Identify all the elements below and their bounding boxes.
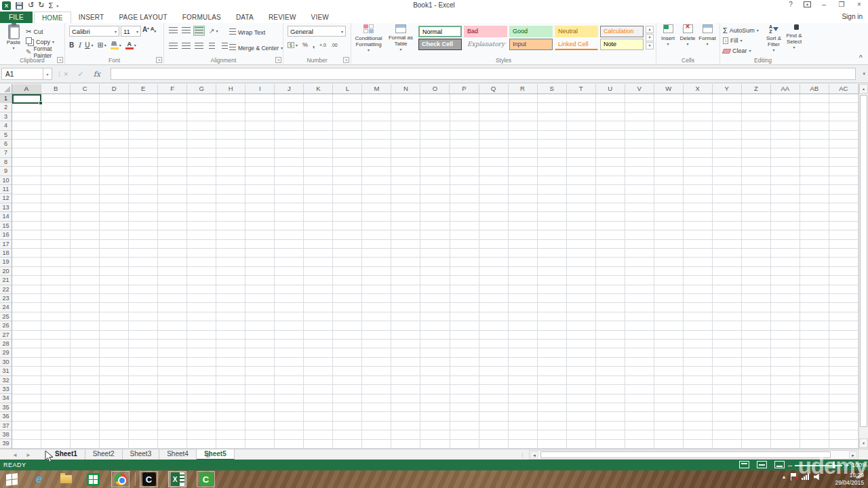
formula-bar-resizer[interactable]: ⋮ [56,70,63,77]
column-header-X[interactable]: X [684,84,713,94]
delete-cells-button[interactable]: Delete ▾ [678,24,697,47]
row-header-35[interactable]: 35 [0,403,12,412]
paste-dropdown-icon[interactable]: ▾ [12,45,14,52]
accounting-format-button[interactable]: $ [288,42,294,48]
align-left-button[interactable] [167,41,179,52]
row-header-14[interactable]: 14 [0,212,12,221]
column-header-K[interactable]: K [304,84,333,94]
column-header-L[interactable]: L [333,84,362,94]
conditional-formatting-button[interactable]: Conditional Formatting ▾ [353,24,384,54]
borders-button[interactable]: ⊞ [97,41,103,49]
autosum-dropdown-icon[interactable]: ▾ [757,28,759,33]
row-header-37[interactable]: 37 [0,422,12,430]
row-header-1[interactable]: 1 [0,94,12,103]
chrome-icon[interactable] [111,471,130,487]
action-center-icon[interactable]: × [790,473,797,481]
column-header-Q[interactable]: Q [479,84,509,94]
sheet-tab-sheet5[interactable]: Sheet5 [197,449,235,460]
tab-formulas[interactable]: FORMULAS [175,12,229,23]
tab-page-layout[interactable]: PAGE LAYOUT [111,12,174,23]
name-box-dropdown-icon[interactable]: ▾ [43,68,52,80]
fill-dropdown-icon[interactable]: ▾ [741,38,743,43]
find-select-button[interactable]: Find & Select ▾ [784,24,804,51]
column-header-V[interactable]: V [625,84,654,94]
select-all-corner[interactable] [0,84,12,94]
align-middle-button[interactable] [180,26,192,36]
font-family-select[interactable]: Calibri▾ [69,26,119,37]
column-header-Y[interactable]: Y [713,84,742,94]
scroll-down-button[interactable]: ▾ [859,439,868,448]
tab-scrollbar-splitter[interactable]: ⋮ [519,452,526,459]
styles-more-button[interactable]: ▾ [646,42,654,49]
styles-scroll-down-button[interactable]: ▾ [646,34,654,41]
ribbon-display-options-button[interactable]: ▴ [804,1,811,7]
row-header-6[interactable]: 6 [0,140,12,148]
column-header-M[interactable]: M [362,84,391,94]
help-button[interactable]: ? [786,1,795,8]
insert-dropdown-icon[interactable]: ▾ [667,41,669,47]
row-header-26[interactable]: 26 [0,321,12,330]
style-chip-check-cell[interactable]: Check Cell [418,39,462,50]
column-header-C[interactable]: C [71,84,100,94]
format-cells-button[interactable]: Format ▾ [698,24,717,47]
align-top-button[interactable] [167,26,179,36]
excel-taskbar-icon[interactable]: X [168,471,186,487]
comma-style-button[interactable]: , [313,41,315,49]
column-header-A[interactable]: A [12,84,41,94]
orientation-button[interactable]: ↗ [209,27,214,35]
alignment-dialog-launcher[interactable]: ↘ [275,57,281,63]
name-box[interactable]: A1 [1,68,43,80]
column-header-R[interactable]: R [509,84,538,94]
row-header-29[interactable]: 29 [0,348,12,357]
orientation-dropdown-icon[interactable]: ▾ [216,28,218,33]
format-as-table-button[interactable]: Format as Table ▾ [385,24,416,53]
find-select-dropdown-icon[interactable]: ▾ [793,45,795,51]
row-header-13[interactable]: 13 [0,203,12,212]
camtasia-icon[interactable]: C [140,471,158,487]
close-button[interactable]: × [854,1,864,8]
delete-dropdown-icon[interactable]: ▾ [686,41,688,47]
style-chip-note[interactable]: Note [600,39,644,50]
clear-dropdown-icon[interactable]: ▾ [749,48,751,53]
column-header-S[interactable]: S [538,84,567,94]
shrink-font-button[interactable]: A▾ [151,26,156,37]
italic-button[interactable]: I [78,41,81,49]
restore-button[interactable]: ❐ [837,1,846,8]
formula-input[interactable] [111,68,856,80]
sheet-cells[interactable] [12,94,859,449]
fill-button[interactable]: ↓Fill▾ [723,35,759,45]
internet-explorer-icon[interactable]: e [30,471,48,487]
normal-view-button[interactable] [739,461,749,468]
row-header-8[interactable]: 8 [0,158,12,167]
align-center-button[interactable] [180,41,192,52]
column-header-H[interactable]: H [216,84,245,94]
font-dialog-launcher[interactable]: ↘ [156,57,162,63]
tab-view[interactable]: VIEW [304,12,336,23]
clipboard-dialog-launcher[interactable]: ↘ [57,57,63,63]
row-header-30[interactable]: 30 [0,358,12,367]
decrease-decimal-button[interactable]: .00 [331,43,338,47]
column-header-Z[interactable]: Z [742,84,771,94]
selected-cell[interactable] [12,94,41,104]
vertical-scroll-thumb[interactable] [860,95,867,427]
row-header-32[interactable]: 32 [0,376,12,385]
borders-dropdown-icon[interactable]: ▾ [104,43,106,47]
start-button[interactable] [3,471,21,487]
format-as-table-dropdown-icon[interactable]: ▾ [399,47,401,53]
sort-filter-button[interactable]: AZ Sort & Filter ▾ [764,24,784,54]
styles-scroll-up-button[interactable]: ▴ [646,26,654,33]
page-break-view-button[interactable] [774,461,785,468]
column-header-AC[interactable]: AC [829,84,859,94]
tab-home[interactable]: HOME [34,12,71,23]
style-chip-calculation[interactable]: Calculation [600,26,644,37]
cancel-entry-button[interactable]: × [64,70,68,78]
camtasia-recorder-icon[interactable]: C [197,471,215,487]
merge-center-dropdown-icon[interactable]: ▾ [281,45,283,50]
row-header-17[interactable]: 17 [0,240,12,249]
row-header-21[interactable]: 21 [0,276,12,285]
row-header-2[interactable]: 2 [0,103,12,112]
underline-dropdown-icon[interactable]: ▾ [91,43,93,47]
minimize-button[interactable]: – [819,1,829,8]
row-header-36[interactable]: 36 [0,412,12,421]
column-header-AA[interactable]: AA [771,84,800,94]
